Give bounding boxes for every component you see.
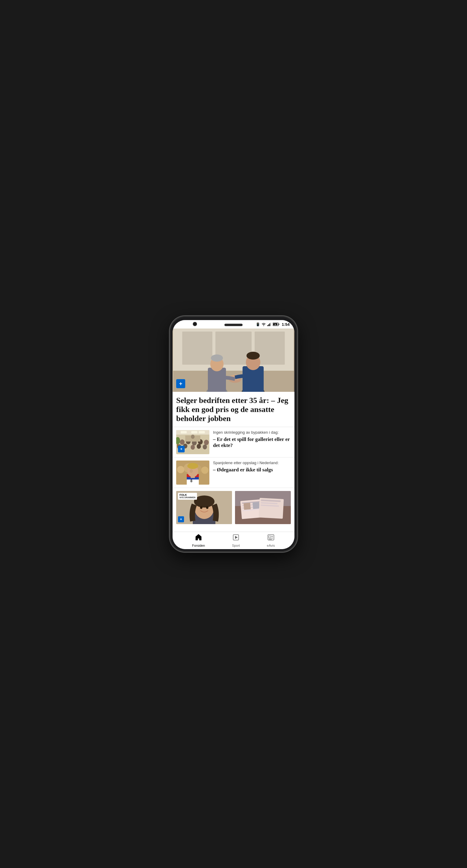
svg-point-34 [204,440,209,445]
svg-rect-3 [269,323,270,326]
svg-point-22 [246,352,260,360]
small-card-2-image [235,491,291,524]
svg-point-18 [211,354,223,362]
eavis-icon [267,534,274,543]
article-1-premium-badge: + [178,446,185,453]
small-card-1-bg: FOLK NYE DRAMMEN + [176,491,232,524]
svg-point-39 [203,444,207,450]
nav-item-sport[interactable]: Sport [227,532,245,549]
signal-icon [267,322,271,326]
nav-item-eavis[interactable]: eAvis [262,532,280,549]
article-2-text: Spanjolene etter oppslag i Nederland: – … [213,461,291,473]
svg-rect-28 [191,431,197,433]
folk-logo: FOLK NYE DRAMMEN [178,493,197,500]
bottom-nav: Forsiden Sport [173,532,294,549]
article-2-intro: Spanjolene etter oppslag i Nederland: [213,461,291,466]
svg-rect-27 [181,431,187,433]
article-1-title: – Er det et spill for galleriet eller er… [213,436,291,449]
svg-point-37 [191,445,195,450]
svg-rect-56 [191,475,195,478]
svg-point-38 [197,444,201,449]
svg-point-0 [263,325,264,326]
home-icon [195,534,202,543]
bottom-spacer [173,527,294,532]
svg-point-55 [190,469,193,473]
svg-point-62 [194,495,214,507]
small-card-2-bg [235,491,291,524]
svg-point-54 [187,463,198,469]
svg-rect-82 [269,536,271,538]
vibrate-icon: 📳 [256,322,260,327]
article-1-text: Ingen skrinlegging av bypakken i dag: – … [213,430,291,449]
svg-text:8: 8 [191,479,193,483]
screen-content[interactable]: + Selger bedriften etter 35 år: – Jeg fi… [173,329,294,532]
article-1-intro: Ingen skrinlegging av bypakken i dag: [213,430,291,435]
svg-point-30 [180,439,185,445]
article-card-1[interactable]: + Ingen skrinlegging av bypakken i dag: … [173,427,294,458]
svg-marker-80 [235,536,238,539]
svg-point-64 [206,506,208,509]
svg-rect-2 [268,324,269,326]
phone-screen: 📳 [173,320,294,549]
wifi-icon [261,322,266,326]
svg-point-63 [200,506,202,509]
nav-item-forsiden[interactable]: Forsiden [187,532,210,549]
hero-illustration [173,329,294,392]
svg-rect-1 [267,325,268,326]
phone-frame: 📳 [170,316,297,552]
small-card-1-premium: + [178,516,184,522]
nav-forsiden-label: Forsiden [192,544,205,547]
nav-eavis-label: eAvis [267,544,275,547]
svg-rect-29 [199,431,205,433]
small-cards-row[interactable]: FOLK NYE DRAMMEN + [173,488,294,527]
svg-rect-11 [182,332,212,365]
hero-image[interactable]: + [173,329,294,392]
status-icons: 📳 [256,322,290,327]
svg-point-46 [177,466,184,473]
sport-icon [232,534,239,543]
svg-point-49 [201,467,208,474]
phone-camera [193,322,197,326]
article-thumb-2: 8 [176,461,209,485]
svg-text:79: 79 [274,324,276,326]
svg-rect-4 [270,322,271,326]
svg-point-41 [191,435,195,439]
svg-rect-6 [279,324,279,325]
small-card-1[interactable]: FOLK NYE DRAMMEN + [176,491,232,524]
article-2-title: – Ødegaard er ikke til salgs [213,467,291,473]
hero-premium-badge: + [176,379,185,388]
main-headline[interactable]: Selger bedriften etter 35 år: – Jeg fikk… [173,392,294,427]
article-card-2[interactable]: 8 Spanjolene etter oppslag i Nederland: … [173,458,294,488]
battery-icon: 79 [273,322,279,326]
small-card-2[interactable] [235,491,291,524]
thumb-2-image: 8 [176,461,209,485]
svg-rect-78 [235,491,291,524]
time-display: 1:54 [282,322,290,327]
nav-sport-label: Sport [232,544,240,547]
article-thumb-1: + [176,430,209,454]
phone-speaker [225,324,242,326]
